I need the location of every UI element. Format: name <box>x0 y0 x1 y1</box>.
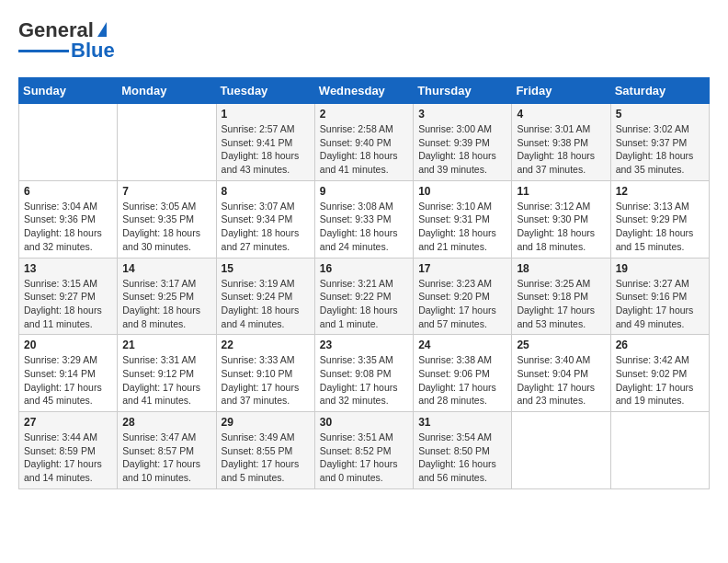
day-number: 15 <box>222 262 310 275</box>
calendar-cell: 28Sunrise: 3:47 AM Sunset: 8:57 PM Dayli… <box>118 412 216 489</box>
day-number: 8 <box>222 185 310 198</box>
week-row-3: 13Sunrise: 3:15 AM Sunset: 9:27 PM Dayli… <box>19 258 710 335</box>
day-number: 31 <box>418 416 506 429</box>
day-info: Sunrise: 3:23 AM Sunset: 9:20 PM Dayligh… <box>418 277 506 331</box>
day-number: 2 <box>320 108 408 121</box>
week-row-2: 6Sunrise: 3:04 AM Sunset: 9:36 PM Daylig… <box>19 180 710 258</box>
calendar-cell: 22Sunrise: 3:33 AM Sunset: 9:10 PM Dayli… <box>216 335 314 412</box>
day-info: Sunrise: 3:54 AM Sunset: 8:50 PM Dayligh… <box>418 431 506 485</box>
day-number: 7 <box>122 185 210 198</box>
calendar-cell: 26Sunrise: 3:42 AM Sunset: 9:02 PM Dayli… <box>610 335 709 412</box>
day-number: 19 <box>616 262 704 275</box>
logo-triangle-icon <box>97 22 107 37</box>
day-info: Sunrise: 2:57 AM Sunset: 9:41 PM Dayligh… <box>222 122 310 177</box>
calendar-cell: 23Sunrise: 3:35 AM Sunset: 9:08 PM Dayli… <box>314 335 413 412</box>
day-info: Sunrise: 3:25 AM Sunset: 9:18 PM Dayligh… <box>517 277 605 331</box>
day-info: Sunrise: 3:13 AM Sunset: 9:29 PM Dayligh… <box>616 200 704 254</box>
day-info: Sunrise: 3:29 AM Sunset: 9:14 PM Dayligh… <box>24 353 112 408</box>
calendar-cell: 25Sunrise: 3:40 AM Sunset: 9:04 PM Dayli… <box>512 335 610 412</box>
day-number: 17 <box>418 262 506 275</box>
day-info: Sunrise: 3:02 AM Sunset: 9:37 PM Dayligh… <box>616 122 704 177</box>
day-info: Sunrise: 3:15 AM Sunset: 9:27 PM Dayligh… <box>24 277 112 331</box>
day-number: 26 <box>616 339 704 351</box>
calendar-cell: 9Sunrise: 3:08 AM Sunset: 9:33 PM Daylig… <box>314 180 413 258</box>
day-info: Sunrise: 3:33 AM Sunset: 9:10 PM Dayligh… <box>222 353 310 408</box>
page-header: General Blue <box>18 18 710 63</box>
calendar-cell: 14Sunrise: 3:17 AM Sunset: 9:25 PM Dayli… <box>118 258 216 335</box>
day-info: Sunrise: 3:42 AM Sunset: 9:02 PM Dayligh… <box>616 353 704 408</box>
weekday-header-thursday: Thursday <box>414 78 512 104</box>
calendar-cell: 1Sunrise: 2:57 AM Sunset: 9:41 PM Daylig… <box>216 104 314 181</box>
day-info: Sunrise: 3:10 AM Sunset: 9:31 PM Dayligh… <box>418 200 506 254</box>
day-info: Sunrise: 3:47 AM Sunset: 8:57 PM Dayligh… <box>122 431 210 485</box>
calendar-cell: 31Sunrise: 3:54 AM Sunset: 8:50 PM Dayli… <box>414 412 512 489</box>
calendar-cell: 10Sunrise: 3:10 AM Sunset: 9:31 PM Dayli… <box>414 180 512 258</box>
day-number: 22 <box>222 339 310 351</box>
day-number: 5 <box>616 108 704 121</box>
week-row-4: 20Sunrise: 3:29 AM Sunset: 9:14 PM Dayli… <box>19 335 710 412</box>
week-row-5: 27Sunrise: 3:44 AM Sunset: 8:59 PM Dayli… <box>19 412 710 489</box>
calendar-cell: 19Sunrise: 3:27 AM Sunset: 9:16 PM Dayli… <box>610 258 709 335</box>
day-number: 9 <box>320 185 408 198</box>
day-info: Sunrise: 3:49 AM Sunset: 8:55 PM Dayligh… <box>222 431 310 485</box>
day-info: Sunrise: 3:04 AM Sunset: 9:36 PM Dayligh… <box>24 200 112 254</box>
day-info: Sunrise: 3:01 AM Sunset: 9:38 PM Dayligh… <box>517 122 605 177</box>
day-info: Sunrise: 2:58 AM Sunset: 9:40 PM Dayligh… <box>320 122 408 177</box>
day-info: Sunrise: 3:12 AM Sunset: 9:30 PM Dayligh… <box>517 200 605 254</box>
calendar-cell: 27Sunrise: 3:44 AM Sunset: 8:59 PM Dayli… <box>19 412 118 489</box>
day-number: 25 <box>517 339 605 351</box>
calendar-cell: 20Sunrise: 3:29 AM Sunset: 9:14 PM Dayli… <box>19 335 118 412</box>
calendar-cell: 29Sunrise: 3:49 AM Sunset: 8:55 PM Dayli… <box>216 412 314 489</box>
day-number: 6 <box>24 185 112 198</box>
calendar-cell: 13Sunrise: 3:15 AM Sunset: 9:27 PM Dayli… <box>19 258 118 335</box>
day-info: Sunrise: 3:00 AM Sunset: 9:39 PM Dayligh… <box>418 122 506 177</box>
day-info: Sunrise: 3:38 AM Sunset: 9:06 PM Dayligh… <box>418 353 506 408</box>
day-number: 3 <box>418 108 506 121</box>
calendar-cell <box>610 412 709 489</box>
day-info: Sunrise: 3:31 AM Sunset: 9:12 PM Dayligh… <box>122 353 210 408</box>
calendar-table: SundayMondayTuesdayWednesdayThursdayFrid… <box>18 77 710 489</box>
day-number: 14 <box>122 262 210 275</box>
day-number: 13 <box>24 262 112 275</box>
day-number: 20 <box>24 339 112 351</box>
day-info: Sunrise: 3:07 AM Sunset: 9:34 PM Dayligh… <box>222 200 310 254</box>
weekday-header-wednesday: Wednesday <box>314 78 413 104</box>
calendar-cell: 30Sunrise: 3:51 AM Sunset: 8:52 PM Dayli… <box>314 412 413 489</box>
calendar-cell <box>512 412 610 489</box>
day-number: 1 <box>222 108 310 121</box>
weekday-header-tuesday: Tuesday <box>216 78 314 104</box>
day-info: Sunrise: 3:35 AM Sunset: 9:08 PM Dayligh… <box>320 353 408 408</box>
day-number: 16 <box>320 262 408 275</box>
day-info: Sunrise: 3:21 AM Sunset: 9:22 PM Dayligh… <box>320 277 408 331</box>
calendar-cell: 2Sunrise: 2:58 AM Sunset: 9:40 PM Daylig… <box>314 104 413 181</box>
day-info: Sunrise: 3:19 AM Sunset: 9:24 PM Dayligh… <box>222 277 310 331</box>
day-number: 12 <box>616 185 704 198</box>
calendar-cell <box>118 104 216 181</box>
calendar-cell: 16Sunrise: 3:21 AM Sunset: 9:22 PM Dayli… <box>314 258 413 335</box>
weekday-header-row: SundayMondayTuesdayWednesdayThursdayFrid… <box>19 78 710 104</box>
weekday-header-friday: Friday <box>512 78 610 104</box>
day-info: Sunrise: 3:51 AM Sunset: 8:52 PM Dayligh… <box>320 431 408 485</box>
day-number: 21 <box>122 339 210 351</box>
logo: General Blue <box>18 18 115 63</box>
calendar-cell: 24Sunrise: 3:38 AM Sunset: 9:06 PM Dayli… <box>414 335 512 412</box>
day-info: Sunrise: 3:08 AM Sunset: 9:33 PM Dayligh… <box>320 200 408 254</box>
day-number: 29 <box>222 416 310 429</box>
calendar-cell: 15Sunrise: 3:19 AM Sunset: 9:24 PM Dayli… <box>216 258 314 335</box>
calendar-cell: 8Sunrise: 3:07 AM Sunset: 9:34 PM Daylig… <box>216 180 314 258</box>
weekday-header-sunday: Sunday <box>19 78 118 104</box>
calendar-cell: 21Sunrise: 3:31 AM Sunset: 9:12 PM Dayli… <box>118 335 216 412</box>
day-info: Sunrise: 3:44 AM Sunset: 8:59 PM Dayligh… <box>24 431 112 485</box>
day-number: 24 <box>418 339 506 351</box>
calendar-cell: 18Sunrise: 3:25 AM Sunset: 9:18 PM Dayli… <box>512 258 610 335</box>
day-info: Sunrise: 3:27 AM Sunset: 9:16 PM Dayligh… <box>616 277 704 331</box>
logo-text-blue: Blue <box>71 39 115 63</box>
day-info: Sunrise: 3:17 AM Sunset: 9:25 PM Dayligh… <box>122 277 210 331</box>
day-number: 11 <box>517 185 605 198</box>
calendar-cell: 12Sunrise: 3:13 AM Sunset: 9:29 PM Dayli… <box>610 180 709 258</box>
day-number: 18 <box>517 262 605 275</box>
weekday-header-monday: Monday <box>118 78 216 104</box>
calendar-cell: 7Sunrise: 3:05 AM Sunset: 9:35 PM Daylig… <box>118 180 216 258</box>
day-info: Sunrise: 3:05 AM Sunset: 9:35 PM Dayligh… <box>122 200 210 254</box>
calendar-cell: 11Sunrise: 3:12 AM Sunset: 9:30 PM Dayli… <box>512 180 610 258</box>
